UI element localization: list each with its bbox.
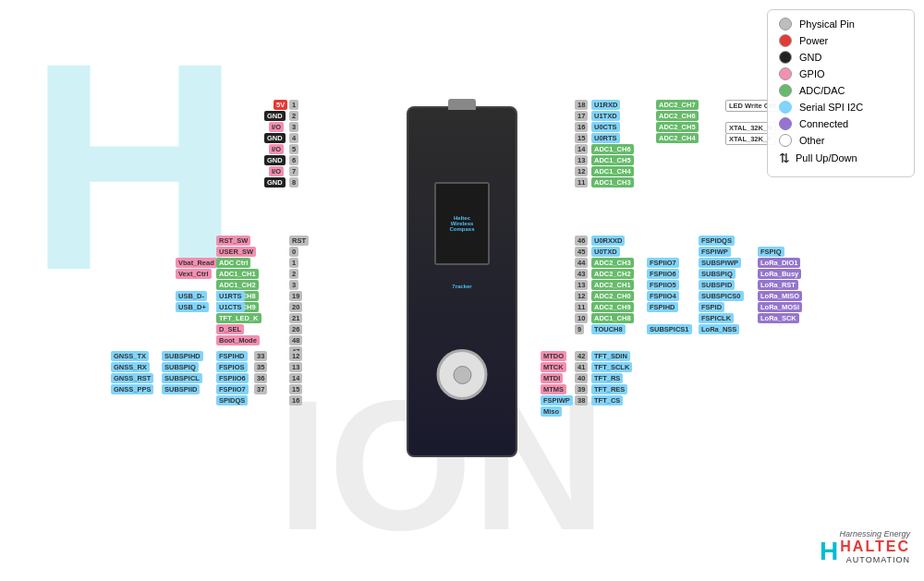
pin-5v: 5V	[274, 100, 287, 110]
pin-lora-sck: LoRa_SCK	[758, 313, 799, 323]
pin-gnss-rst: GNSS_RST	[111, 373, 153, 383]
pin-fspihd: FSPIHD	[216, 351, 248, 361]
haltec-name: HALTEC	[840, 539, 910, 555]
haltec-h-letter: H	[820, 539, 838, 564]
pin-adc2-ch0: ADC2_CH0	[591, 291, 634, 301]
pin-num-16-lb: 16	[289, 395, 302, 405]
board-display: HeltecWirelessCompass	[434, 182, 490, 265]
pin-fspick: FSPICLK	[699, 313, 734, 323]
pin-num-12-rb: 12	[575, 291, 588, 301]
legend-item-pullupdown: ⇅ Pull Up/Down	[779, 151, 903, 165]
pin-adc1-ch8: ADC1_CH8	[591, 313, 634, 323]
board-subtitle: 7racker	[452, 284, 471, 289]
pin-vbat-read: Vbat_Read	[176, 258, 217, 268]
pin-u0rts: U0RTS	[591, 133, 620, 143]
pin-lora-miso: LoRa_MISO	[758, 291, 802, 301]
pin-adc2-ch9-r: ADC2_CH9	[591, 302, 634, 312]
pin-num-p48-l: 48	[289, 335, 302, 345]
legend-label-pullupdown: Pull Up/Down	[796, 152, 857, 163]
pin-miso-label: Miso	[541, 406, 562, 417]
pin-num-42-rb: 42	[575, 351, 588, 361]
pin-mtdi: MTDI	[541, 373, 563, 383]
pin-num-11-r: 11	[575, 177, 588, 188]
pin-user-sw: USER_SW	[216, 247, 256, 257]
pin-fspihd-r: FSPIHD	[647, 302, 678, 312]
pin-adc2-ch3: ADC2_CH3	[591, 258, 634, 268]
pin-num-14-r: 14	[575, 144, 588, 154]
legend-item-other: Other	[779, 134, 903, 147]
board-antenna-inner	[453, 366, 471, 384]
pin-subspics1: SUBSPICS1	[647, 324, 692, 334]
board-display-text: HeltecWirelessCompass	[449, 215, 474, 232]
pin-tft-sdin: TFT_SDIN	[591, 351, 630, 361]
pin-usb-d-plus: USB_D+	[176, 302, 209, 312]
pin-lora-dio1: LoRa_DIO1	[758, 258, 800, 268]
pin-fspid: FSPID	[699, 302, 724, 312]
pin-adc2-ch4: ADC2_CH4	[656, 133, 699, 143]
pin-tft-cs: TFT_CS	[591, 395, 623, 405]
pin-adc-ctrl: ADC Ctrl	[216, 258, 250, 268]
pin-gnd-4: GND	[264, 177, 286, 188]
pin-gnss-pps: GNSS_PPS	[111, 384, 153, 394]
pin-adc2-ch6: ADC2_CH6	[656, 111, 699, 121]
legend-item-adcdac: ADC/DAC	[779, 84, 903, 97]
pin-adc2-ch1: ADC2_CH1	[591, 280, 634, 290]
pin-fspiq: FSPIQ	[758, 247, 784, 257]
pin-gnd-2: GND	[264, 133, 286, 143]
legend-item-serial: Serial SPI I2C	[779, 101, 903, 114]
pin-num-41-rb: 41	[575, 362, 588, 372]
pin-num-40-rb: 40	[575, 373, 588, 383]
pin-tft-led-k: TFT_LED_K	[216, 313, 261, 323]
pin-mtdo: MTDO	[541, 351, 566, 361]
pin-adc2-ch7: ADC2_CH7	[656, 100, 699, 110]
pin-u0cts: U0CTS	[591, 122, 620, 132]
legend-item-gpio: GPIO	[779, 67, 903, 80]
pin-num-p20-l: 20	[289, 302, 302, 312]
pin-num-rst-l: RST	[289, 236, 309, 246]
pin-adc2-ch2: ADC2_CH2	[591, 269, 634, 279]
pin-d-sel: D_SEL	[216, 324, 244, 334]
board-body: HeltecWirelessCompass 7racker	[407, 106, 517, 457]
board-name-label: 7racker	[452, 284, 471, 289]
pin-adc1-ch5: ADC1_CH5	[591, 155, 634, 165]
pin-subspiq: SUBSPIQ	[162, 362, 199, 372]
pin-num-3-l: 3	[289, 122, 298, 132]
pin-subspicl: SUBSPICL	[162, 373, 202, 383]
pin-u1rxd: U1RXD	[591, 100, 620, 110]
pin-fspidqs: FSPIDQS	[699, 236, 735, 246]
pin-u1txd: U1TXD	[591, 111, 620, 121]
pin-num-37: 37	[254, 384, 267, 394]
pin-num-13-r: 13	[575, 155, 588, 165]
legend-arrow-icon: ⇅	[779, 151, 790, 165]
pin-adc1-ch2: ADC1_CH2	[216, 280, 259, 290]
pin-num-p21-l: 21	[289, 313, 302, 323]
legend-dot-physical	[779, 18, 792, 30]
pin-num-10-rb: 10	[575, 313, 588, 323]
pin-tft-res: TFT_RES	[591, 384, 627, 394]
pin-num-1-l: 1	[289, 100, 298, 110]
pin-lora-nss: LoRa_NSS	[699, 324, 739, 334]
board-right-pins	[516, 127, 521, 311]
pin-subspihd-1: SUBSPIHD	[162, 351, 203, 361]
pin-io-2: I/O	[269, 144, 284, 154]
board-antenna	[437, 349, 488, 400]
pin-num-12-r: 12	[575, 166, 588, 176]
pin-lora-rst: LoRa_RST	[758, 280, 798, 290]
pin-adc1-ch6: ADC1_CH6	[591, 144, 634, 154]
pin-spidqs: SPIDQS	[216, 395, 248, 405]
pin-num-p2-l: 2	[289, 269, 298, 279]
legend-dot-gpio	[779, 67, 792, 80]
board-left-pins	[403, 127, 408, 311]
pin-tft-sclk: TFT_SCLK	[591, 362, 632, 372]
pin-adc1-ch3: ADC1_CH3	[591, 177, 634, 188]
pin-num-17-r: 17	[575, 111, 588, 121]
haltec-subtext: AUTOMATION	[840, 555, 910, 564]
pin-num-44-r: 44	[575, 258, 588, 268]
pin-gnss-tx: GNSS_TX	[111, 351, 149, 361]
pin-fspiwp: FSPIWP	[699, 247, 731, 257]
pin-vext-ctrl: Vext_Ctrl	[176, 269, 212, 279]
pin-gnss-rx: GNSS_RX	[111, 362, 150, 372]
pin-mtms: MTMS	[541, 384, 566, 394]
pin-fspiio6: FSPIIO6	[216, 373, 249, 383]
legend-dot-other	[779, 134, 792, 147]
